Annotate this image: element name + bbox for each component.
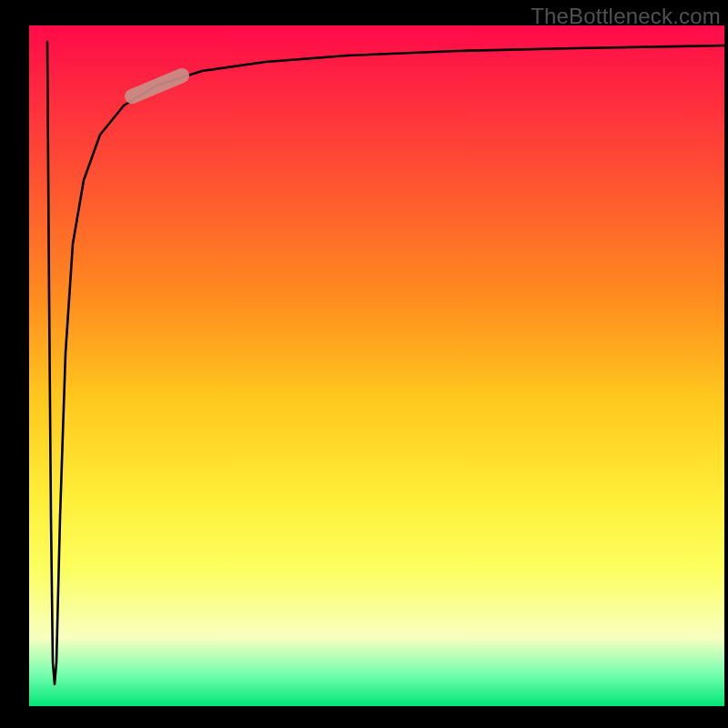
plot-area — [29, 25, 724, 706]
curve-path — [47, 42, 724, 684]
highlight-segment — [132, 76, 182, 96]
chart-frame: TheBottleneck.com — [0, 0, 728, 728]
chart-svg — [29, 25, 724, 706]
watermark-text: TheBottleneck.com — [531, 4, 721, 29]
